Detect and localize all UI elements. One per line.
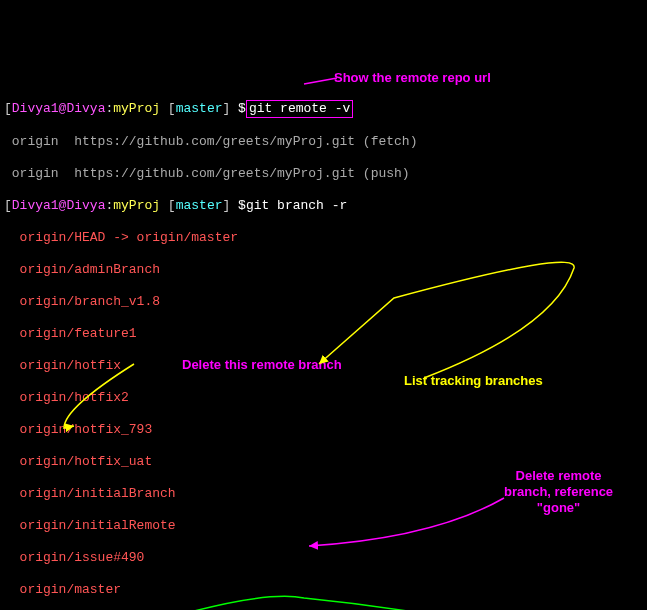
remote-branch: origin/branch_v1.8 (4, 294, 643, 310)
prompt-path: myProj (113, 101, 160, 116)
annotation-delete-remote: Delete remote branch, reference "gone" (504, 468, 613, 516)
terminal: [Divya1@Divya:myProj [master] $git remot… (4, 68, 643, 610)
annotation-delete-branch: Delete this remote branch (182, 357, 342, 373)
remote-branch: origin/HEAD -> origin/master (4, 230, 643, 246)
cmd-git-branch-r: git branch -r (246, 198, 347, 213)
remote-branch: origin/hotfix2 (4, 390, 643, 406)
output-remote-push: origin https://github.com/greets/myProj.… (4, 166, 643, 182)
annotation-list-tracking: List tracking branches (404, 373, 543, 389)
cmd-git-remote: git remote -v (246, 100, 353, 118)
remote-branch: origin/adminBranch (4, 262, 643, 278)
prompt-line-1: [Divya1@Divya:myProj [master] $git remot… (4, 100, 643, 118)
output-remote-fetch: origin https://github.com/greets/myProj.… (4, 134, 643, 150)
remote-branch: origin/hotfix_793 (4, 422, 643, 438)
prompt-branch: master (176, 101, 223, 116)
remote-branch: origin/issue#490 (4, 550, 643, 566)
prompt-line-2: [Divya1@Divya:myProj [master] $git branc… (4, 198, 643, 214)
prompt-user: Divya1@Divya (12, 101, 106, 116)
remote-branch: origin/initialRemote (4, 518, 643, 534)
annotation-show-remote: Show the remote repo url (334, 70, 491, 86)
remote-branch: origin/master (4, 582, 643, 598)
remote-branch: origin/feature1 (4, 326, 643, 342)
